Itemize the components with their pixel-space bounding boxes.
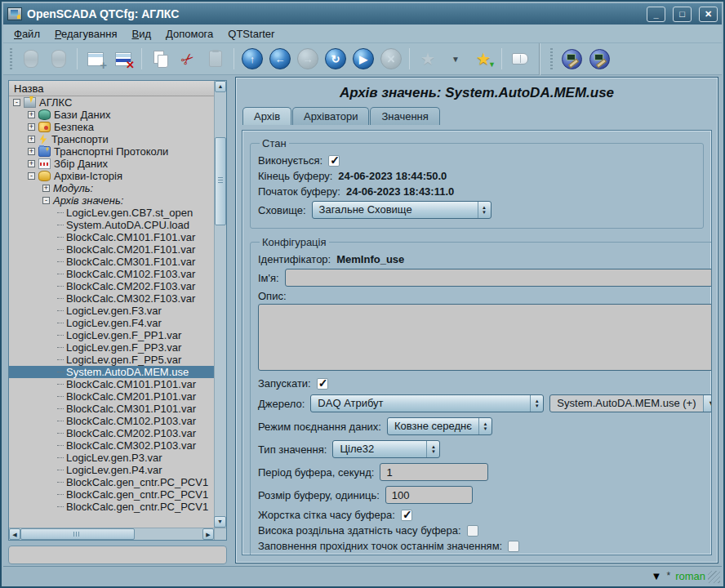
tree-item[interactable]: Транспортні Протоколи: [9, 145, 214, 158]
refresh-button[interactable]: ↻: [323, 47, 348, 71]
tree-item[interactable]: BlockCalc.CM201.F101.var: [9, 243, 214, 256]
tree-item[interactable]: LogicLev.gen.CB7.st_open: [9, 207, 214, 219]
qtstarter-toolbar-handle[interactable]: [549, 48, 554, 69]
tree-expander[interactable]: [28, 136, 35, 143]
tree-item[interactable]: BlockCalc.CM102.P103.var: [9, 415, 214, 427]
tree-item[interactable]: BlockCalc.gen_cntr.PC_PCV1: [9, 488, 214, 501]
buffer-period-input[interactable]: [380, 463, 488, 481]
tree-horizontal-scrollbar[interactable]: ◀ ▶: [9, 528, 214, 540]
toolbar-handle[interactable]: [8, 48, 14, 69]
tree-item[interactable]: LogicLev.gen.F4.var: [9, 317, 214, 329]
spinner-icon[interactable]: [426, 441, 439, 457]
tree-item[interactable]: АГЛКС: [9, 96, 214, 109]
combine-mode-combobox[interactable]: Ковзне середнє: [387, 417, 492, 435]
tree-item[interactable]: Архіви-Історія: [9, 170, 214, 182]
start-periodic-update-button[interactable]: ▶: [351, 47, 376, 71]
tree-vertical-scrollbar[interactable]: ▲: [214, 81, 226, 528]
chevron-down-icon[interactable]: [703, 395, 712, 412]
tree-item[interactable]: LogicLev.gen.P3.var: [9, 452, 214, 464]
tree-item[interactable]: BlockCalc.gen_cntr.PC_PCV1: [9, 501, 214, 513]
add-favorite-button[interactable]: ★: [471, 47, 496, 71]
horizontal-scroll-handle[interactable]: [20, 528, 135, 540]
tree-expander[interactable]: [28, 111, 35, 118]
tree-item[interactable]: Збір Даних: [9, 158, 214, 170]
tree-item[interactable]: BlockCalc.CM202.P103.var: [9, 427, 214, 439]
tree-expander[interactable]: [28, 172, 35, 180]
menu-file[interactable]: Файл: [7, 25, 47, 42]
value-type-combobox[interactable]: Ціле32: [332, 440, 440, 458]
start-checkbox[interactable]: [317, 378, 328, 390]
add-item-button[interactable]: [83, 47, 108, 71]
running-checkbox[interactable]: [328, 155, 340, 167]
menu-edit[interactable]: Редагування: [47, 25, 125, 42]
tree-item[interactable]: System.AutoDA.CPU.load: [9, 219, 214, 231]
scroll-up-button[interactable]: ▲: [215, 81, 226, 92]
tree-item[interactable]: BlockCalc.gen_cntr.PC_PCV1: [9, 476, 214, 488]
minimize-button[interactable]: _: [647, 7, 665, 22]
go-back-button[interactable]: ←: [268, 47, 292, 71]
vision-runtime-button[interactable]: [587, 47, 612, 71]
tree-item[interactable]: BlockCalc.CM101.P101.var: [9, 378, 214, 390]
tree-expander[interactable]: [28, 160, 35, 167]
tree-item[interactable]: BlockCalc.CM301.F101.var: [9, 256, 214, 268]
tree-item[interactable]: BlockCalc.CM302.F103.var: [9, 292, 214, 305]
tree-item[interactable]: LogicLev.gen.F_PP3.var: [9, 341, 214, 354]
high-resolution-checkbox[interactable]: [467, 525, 478, 537]
current-user[interactable]: roman: [675, 570, 705, 582]
favorites-dropdown-button[interactable]: ▼: [443, 47, 468, 71]
tree-item[interactable]: LogicLev.gen.F3.var: [9, 305, 214, 317]
tab-archive[interactable]: Архів: [242, 107, 291, 125]
resize-grip[interactable]: [708, 571, 720, 583]
description-textarea[interactable]: [258, 304, 712, 371]
tree-item[interactable]: Модуль:: [9, 182, 214, 194]
tree-item[interactable]: BlockCalc.CM301.P101.var: [9, 403, 214, 415]
tree-item[interactable]: BlockCalc.CM201.P101.var: [9, 390, 214, 403]
scroll-left-button[interactable]: ◀: [9, 528, 20, 540]
tree-item[interactable]: BlockCalc.CM202.F103.var: [9, 280, 214, 292]
hard-grid-checkbox[interactable]: [401, 510, 412, 521]
tree-item[interactable]: Архів значень:: [9, 194, 214, 207]
go-up-button[interactable]: ↑: [240, 47, 265, 71]
tree-expander[interactable]: [28, 148, 35, 155]
cut-item-button[interactable]: ✂: [176, 47, 200, 71]
manual-button[interactable]: [508, 47, 532, 71]
tree-item[interactable]: Транспорти: [9, 133, 214, 145]
tree-item[interactable]: BlockCalc.CM101.F101.var: [9, 231, 214, 243]
source-value-combobox[interactable]: System.AutoDA.MEM.use (+): [549, 394, 712, 412]
tree-item[interactable]: BlockCalc.CM302.P103.var: [9, 439, 214, 452]
tree-item[interactable]: LogicLev.gen.F_PP5.var: [9, 354, 214, 366]
horizontal-scroll-track[interactable]: [135, 528, 202, 540]
tree-filter-input[interactable]: [8, 546, 227, 564]
buffer-size-input[interactable]: [385, 486, 473, 504]
tree-expander[interactable]: [42, 197, 50, 204]
spinner-icon[interactable]: [478, 202, 491, 218]
tree-item[interactable]: BlockCalc.CM102.F103.var: [9, 268, 214, 280]
expand-status-icon[interactable]: ▼: [652, 570, 662, 582]
tree-expander[interactable]: [13, 99, 20, 106]
spinner-icon[interactable]: [478, 418, 491, 434]
name-input[interactable]: [285, 269, 712, 287]
tree-item[interactable]: Безпека: [9, 121, 214, 133]
vision-develop-button[interactable]: [559, 47, 584, 71]
scroll-down-button[interactable]: ▼: [214, 516, 226, 528]
menu-qtstarter[interactable]: QTStarter: [220, 25, 282, 42]
scroll-right-button[interactable]: ▶: [202, 528, 214, 540]
tree-item[interactable]: System.AutoDA.MEM.use: [9, 366, 214, 378]
menu-view[interactable]: Вид: [124, 25, 158, 42]
tab-values[interactable]: Значення: [370, 107, 439, 125]
close-button[interactable]: ✕: [699, 7, 718, 22]
tree-item[interactable]: Бази Даних: [9, 109, 214, 121]
fill-last-checkbox[interactable]: [508, 541, 519, 552]
source-type-combobox[interactable]: DAQ Атрибут: [310, 394, 544, 412]
menu-help[interactable]: Допомога: [158, 25, 220, 42]
tree-expander[interactable]: [42, 185, 50, 192]
delete-item-button[interactable]: [111, 47, 136, 71]
spinner-icon[interactable]: [530, 395, 543, 412]
tree-expander[interactable]: [28, 123, 35, 131]
tree-item[interactable]: LogicLev.gen.P4.var: [9, 464, 214, 476]
maximize-button[interactable]: □: [673, 7, 692, 22]
storage-combobox[interactable]: Загальне Сховище: [312, 201, 491, 219]
tree-item[interactable]: LogicLev.gen.F_PP1.var: [9, 329, 214, 341]
vertical-scroll-handle[interactable]: [215, 137, 226, 225]
tab-archivators[interactable]: Архіватори: [292, 107, 369, 125]
